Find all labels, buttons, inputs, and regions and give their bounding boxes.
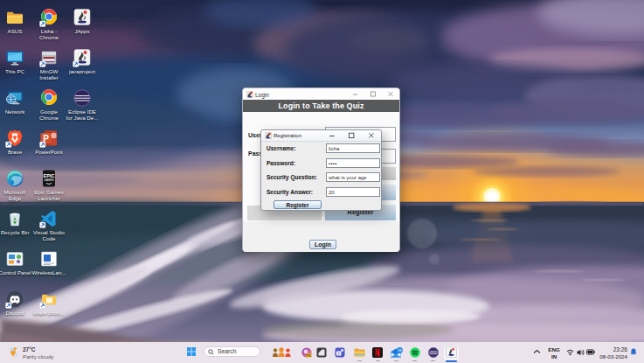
svg-text:58: 58: [398, 349, 402, 353]
svg-text:GAMES: GAMES: [44, 178, 54, 182]
svg-text:EPIC: EPIC: [44, 173, 55, 178]
svg-text:PSC: PSC: [306, 354, 312, 358]
svg-text:T: T: [337, 352, 340, 356]
